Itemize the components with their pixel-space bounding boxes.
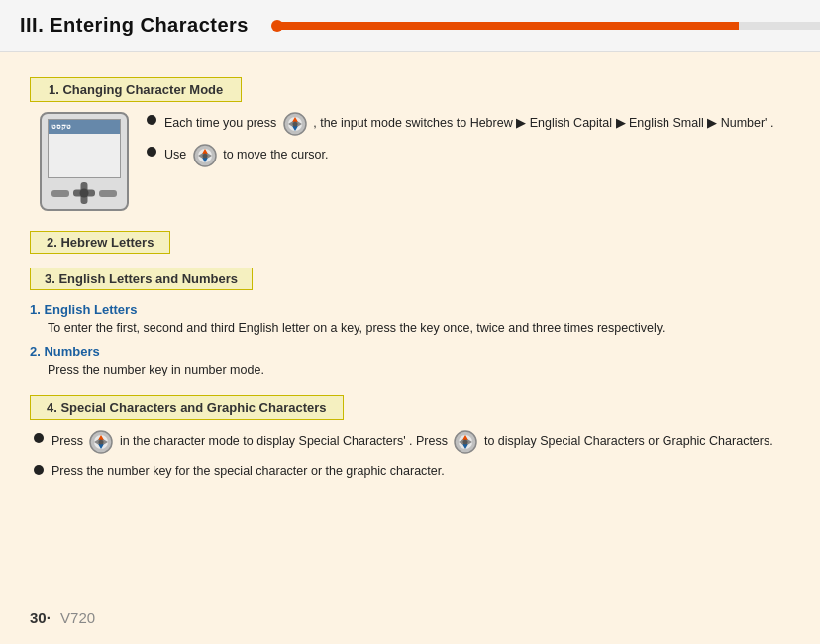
phone-screen-top: טקסט xyxy=(49,120,120,134)
phone-dpad xyxy=(73,182,95,204)
mode-switch-icon xyxy=(283,112,307,136)
bullet1-text: Each time you press xyxy=(164,112,773,136)
phone-screen: טקסט xyxy=(48,119,121,178)
bullet-item-1: Each time you press xyxy=(147,112,773,136)
sub1-label-text: 1. English Letters xyxy=(30,302,137,317)
cursor-nav-svg xyxy=(193,144,217,167)
cursor-nav-icon xyxy=(193,144,217,167)
svg-point-27 xyxy=(463,439,468,444)
sub2-text: Press the number key in number mode. xyxy=(48,361,790,379)
section4-bullets: Press in the character mode to displa xyxy=(34,430,790,481)
page-number: 30 xyxy=(30,609,47,626)
page-header: III. Entering Characters xyxy=(0,0,820,52)
section1: 1. Changing Character Mode טקסט xyxy=(30,69,790,211)
footer: 30· V720 xyxy=(30,609,95,626)
phone-image: טקסט xyxy=(40,112,129,211)
svg-point-6 xyxy=(292,122,297,127)
svg-point-20 xyxy=(99,439,104,444)
section1-body: טקסט xyxy=(40,112,790,211)
section3: 3. English Letters and Numbers 1. Englis… xyxy=(30,264,790,379)
mode-switch-svg xyxy=(283,112,307,136)
sub1-text: To enter the first, second and third Eng… xyxy=(48,319,790,338)
bullet-dot-2 xyxy=(147,147,156,157)
special-char-svg1 xyxy=(89,430,113,454)
phone-left-btn xyxy=(51,190,69,197)
main-content: 1. Changing Character Mode טקסט xyxy=(0,52,820,505)
special-char-svg2 xyxy=(454,430,477,454)
special-char-icon2 xyxy=(454,430,477,454)
progress-dot xyxy=(271,20,283,32)
section4-bullet2: Press the number key for the special cha… xyxy=(34,462,790,481)
progress-bar xyxy=(277,22,820,30)
sub1-label: 1. English Letters xyxy=(30,302,790,317)
phone-screen-body xyxy=(49,134,120,177)
phone-controls xyxy=(42,180,127,206)
section1-bullets: Each time you press xyxy=(147,112,773,211)
section4-bullet1-text: Press in the character mode to displa xyxy=(51,430,773,454)
section2: 2. Hebrew Letters xyxy=(30,225,790,260)
svg-point-13 xyxy=(202,154,207,159)
section4-dot2 xyxy=(34,465,44,475)
progress-fill xyxy=(277,22,739,30)
phone-screen-text: טקסט xyxy=(51,123,71,131)
section2-heading: 2. Hebrew Letters xyxy=(30,231,170,254)
phone-right-btn xyxy=(99,190,117,197)
section4: 4. Special Characters and Graphic Charac… xyxy=(30,385,790,481)
section1-heading: 1. Changing Character Mode xyxy=(30,77,242,102)
section4-dot1 xyxy=(34,433,44,443)
special-char-icon1 xyxy=(89,430,113,454)
section4-bullet1: Press in the character mode to displa xyxy=(34,430,790,454)
section4-bullet2-text: Press the number key for the special cha… xyxy=(51,462,445,481)
bullet2-text: Use xyxy=(164,144,329,167)
sub2-label: 2. Numbers xyxy=(30,344,790,359)
section4-heading: 4. Special Characters and Graphic Charac… xyxy=(30,395,344,420)
bullet-dot-1 xyxy=(147,115,156,125)
page-title: III. Entering Characters xyxy=(20,14,249,37)
dpad-center xyxy=(80,189,89,198)
sub2-label-text: 2. Numbers xyxy=(30,344,100,359)
model-name: V720 xyxy=(60,609,95,626)
bullet-item-2: Use xyxy=(147,144,773,167)
section3-heading: 3. English Letters and Numbers xyxy=(30,268,253,290)
footer-separator: · xyxy=(47,609,51,626)
